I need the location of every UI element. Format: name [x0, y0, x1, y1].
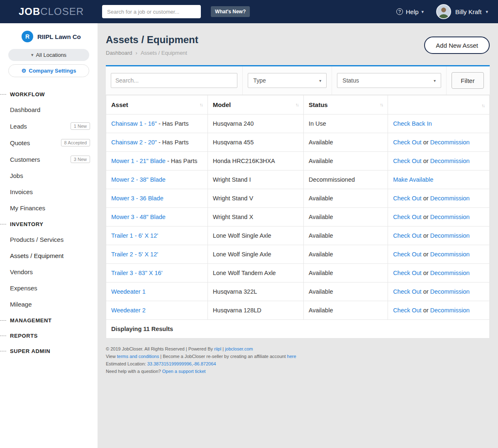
chevron-down-icon: ▾ — [422, 9, 424, 15]
table-row: Weedeater 1Husqvarna 322LAvailableCheck … — [106, 282, 490, 301]
asset-link[interactable]: Mower 2 - 38" Blade — [111, 176, 166, 183]
company-settings-button[interactable]: ⚙ Company Settings — [8, 64, 89, 77]
filter-status-cell: Status ▾ — [332, 66, 447, 95]
locations-dropdown[interactable]: ▾ All Locations — [8, 49, 89, 61]
footer-link-terms-and-conditions[interactable]: terms and conditions — [117, 354, 159, 359]
breadcrumb-current: Assets / Equipment — [141, 50, 187, 56]
check-back-in-link[interactable]: Check Back In — [393, 120, 432, 127]
check-out-link[interactable]: Check Out — [393, 251, 422, 258]
column-header-actions[interactable]: ↑↓ — [388, 95, 490, 114]
sidebar-item-label: Vendors — [10, 268, 33, 275]
decommission-link[interactable]: Decommission — [430, 232, 470, 239]
asset-link[interactable]: Trailer 3 - 83" X 16' — [111, 270, 162, 276]
user-menu[interactable]: Billy Kraft ▾ — [436, 4, 488, 19]
sidebar-item-customers[interactable]: Customers3 New — [0, 151, 98, 168]
gear-icon: ⚙ — [22, 68, 27, 74]
asset-link[interactable]: Chainsaw 1 - 16" — [111, 120, 157, 127]
make-available-link[interactable]: Make Available — [393, 176, 433, 183]
footer-link-jobcloser-com[interactable]: jobcloser.com — [225, 346, 253, 351]
sidebar-section-workflow: WORKFLOW — [0, 86, 98, 102]
sort-icon[interactable]: ↑↓ — [200, 102, 203, 107]
asset-link[interactable]: Trailer 2 - 5' X 12' — [111, 251, 158, 258]
page-title: Assets / Equipment — [106, 34, 198, 46]
main-content: Assets / Equipment Dashboard › Assets / … — [98, 23, 498, 448]
app-logo[interactable]: JOBCLOSER — [19, 6, 84, 17]
model-cell: Husqvarna 455 — [208, 133, 303, 152]
check-out-link[interactable]: Check Out — [393, 195, 422, 202]
sidebar-item-jobs[interactable]: Jobs — [0, 168, 98, 184]
chevron-down-icon: ▾ — [434, 78, 436, 83]
status-cell: Available — [303, 226, 388, 245]
column-header-asset[interactable]: ↑↓Asset — [106, 95, 208, 114]
sort-icon[interactable]: ↑↓ — [380, 102, 383, 107]
sidebar-item-dashboard[interactable]: Dashboard — [0, 102, 98, 118]
type-select[interactable]: Type ▾ — [248, 73, 327, 88]
company-row[interactable]: R RIIPL Lawn Co — [0, 23, 98, 46]
footer-link-here[interactable]: here — [287, 354, 296, 359]
sidebar-item-assets-equipment[interactable]: Assets / Equipment — [0, 248, 98, 264]
asset-link[interactable]: Chainsaw 2 - 20" — [111, 139, 157, 146]
check-out-link[interactable]: Check Out — [393, 288, 422, 295]
decommission-link[interactable]: Decommission — [430, 307, 470, 314]
decommission-link[interactable]: Decommission — [430, 288, 470, 295]
decommission-link[interactable]: Decommission — [430, 214, 470, 220]
check-out-link[interactable]: Check Out — [393, 307, 422, 314]
filter-button[interactable]: Filter — [452, 72, 484, 89]
asset-link[interactable]: Mower 3 - 36 Blade — [111, 195, 164, 202]
decommission-link[interactable]: Decommission — [430, 139, 470, 146]
sort-icon[interactable]: ↑↓ — [481, 103, 484, 108]
add-new-asset-button[interactable]: Add New Asset — [424, 37, 490, 54]
sort-icon[interactable]: ↑↓ — [295, 102, 298, 107]
table-search-input[interactable] — [111, 73, 237, 88]
whats-new-button[interactable]: What's New? — [211, 6, 250, 17]
sidebar-item-quotes[interactable]: Quotes8 Accepted — [0, 134, 98, 151]
table-row: Mower 3 - 48" BladeWright Stand XAvailab… — [106, 208, 490, 226]
sidebar-item-mileage[interactable]: Mileage — [0, 296, 98, 312]
check-out-link[interactable]: Check Out — [393, 232, 422, 239]
help-menu[interactable]: ? Help ▾ — [396, 8, 424, 15]
column-header-status[interactable]: ↑↓Status — [303, 95, 388, 114]
sidebar-item-leads[interactable]: Leads1 New — [0, 118, 98, 134]
status-cell: Available — [303, 189, 388, 208]
breadcrumb-dashboard[interactable]: Dashboard — [106, 50, 132, 56]
sidebar-item-label: My Finances — [10, 205, 45, 212]
check-out-link[interactable]: Check Out — [393, 214, 422, 220]
asset-cell: Trailer 3 - 83" X 16' — [106, 264, 208, 282]
model-cell: Honda HRC216K3HXA — [208, 152, 303, 170]
decommission-link[interactable]: Decommission — [430, 158, 470, 164]
chevron-down-icon: ▾ — [31, 52, 34, 58]
decommission-link[interactable]: Decommission — [430, 270, 470, 276]
status-select[interactable]: Status ▾ — [337, 73, 441, 88]
check-out-link[interactable]: Check Out — [393, 139, 422, 146]
check-out-link[interactable]: Check Out — [393, 270, 422, 276]
asset-link[interactable]: Weedeater 2 — [111, 307, 146, 314]
footer-link-33-387315199999996-86-872064[interactable]: 33.387315199999996,-86.872064 — [147, 361, 216, 366]
footer-link-open-a-support-ticket[interactable]: Open a support ticket — [162, 369, 206, 374]
status-cell: Available — [303, 301, 388, 320]
decommission-link[interactable]: Decommission — [430, 251, 470, 258]
column-header-model[interactable]: ↑↓Model — [208, 95, 303, 114]
column-header-label: Model — [213, 101, 231, 108]
filter-bar: Type ▾ Status ▾ Filter — [106, 66, 490, 95]
sidebar-section-inventory: INVENTORY — [0, 216, 98, 231]
asset-suffix: - Has Parts — [157, 139, 189, 146]
sidebar-item-my-finances[interactable]: My Finances — [0, 200, 98, 216]
type-select-value: Type — [253, 77, 266, 84]
check-out-link[interactable]: Check Out — [393, 158, 422, 164]
table-row: Mower 2 - 38" BladeWright Stand IDecommi… — [106, 170, 490, 189]
actions-cell: Check Out or Decommission — [388, 189, 490, 208]
global-search-input[interactable] — [102, 5, 201, 18]
sidebar-item-vendors[interactable]: Vendors — [0, 264, 98, 280]
decommission-link[interactable]: Decommission — [430, 195, 470, 202]
asset-link[interactable]: Mower 3 - 48" Blade — [111, 214, 166, 220]
topbar: JOBCLOSER What's New? ? Help ▾ Billy Kra… — [0, 0, 498, 23]
asset-link[interactable]: Mower 1 - 21" Blade — [111, 158, 166, 164]
sidebar-item-invoices[interactable]: Invoices — [0, 184, 98, 200]
actions-cell: Check Out or Decommission — [388, 301, 490, 320]
footer-link-riipl[interactable]: riipl — [214, 346, 221, 351]
asset-link[interactable]: Weedeater 1 — [111, 288, 146, 295]
sidebar-item-products-services[interactable]: Products / Services — [0, 231, 98, 248]
sidebar-item-expenses[interactable]: Expenses — [0, 280, 98, 296]
locations-label: All Locations — [36, 52, 66, 58]
asset-link[interactable]: Trailer 1 - 6' X 12' — [111, 232, 158, 239]
